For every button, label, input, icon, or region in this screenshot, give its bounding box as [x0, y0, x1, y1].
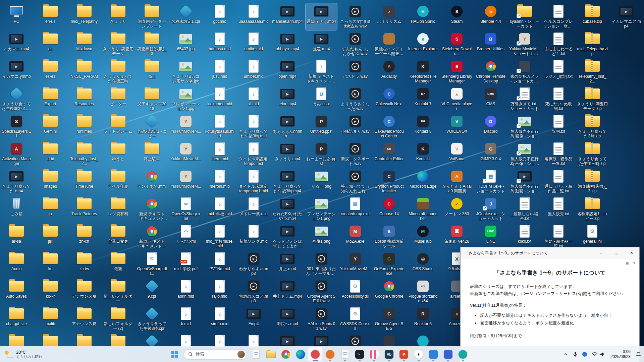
desktop-icon[interactable]: ▦createdump.exe	[339, 196, 371, 223]
desktop-icon[interactable]: ♪mid_学校muse.mid	[204, 223, 235, 250]
desktop-icon[interactable]: フォトフレーム	[102, 113, 134, 140]
taskbar-app-teal-swirl-app[interactable]	[455, 347, 470, 362]
taskbar-app-piano-app[interactable]	[367, 347, 382, 362]
desktop-icon[interactable]: PUntitled.ppsf	[306, 113, 337, 140]
desktop-icon[interactable]: MMoZA.exe	[339, 223, 371, 250]
desktop-icon[interactable]: 65407.jpg	[170, 31, 202, 58]
desktop-icon[interactable]: アナウンス夏	[68, 278, 100, 305]
desktop-icon[interactable]: AActivation Manager	[1, 141, 32, 168]
desktop-icon[interactable]: zh-tw	[68, 251, 100, 278]
desktop-icon[interactable]: きょうり食ってた午後三時.zip	[577, 141, 608, 168]
microphone-tray-button[interactable]	[571, 348, 580, 361]
desktop-icon[interactable]: CCrypton Product Installer	[373, 168, 405, 195]
desktop-icon[interactable]: 通知うぜえ - 親作品一覧.txt	[543, 168, 574, 195]
desktop-icon[interactable]: ksks.txt	[509, 223, 540, 250]
desktop-icon[interactable]: きょうり_調査用データ	[102, 31, 134, 58]
desktop-icon[interactable]: ▶無題.mp4	[306, 31, 337, 58]
desktop-icon[interactable]: きょうり食ってた午後3時.cpr	[136, 306, 168, 333]
desktop-icon[interactable]: Uうみ.ustx	[306, 86, 337, 113]
desktop-icon[interactable]: ▶ずんだもん_しおかぜふ.wav	[339, 31, 371, 58]
desktop-icon[interactable]: 調査練習(失敗)_3	[136, 31, 168, 58]
desktop-icon[interactable]: Microsoft Edge	[407, 168, 439, 195]
desktop-icon[interactable]: id-id	[35, 141, 66, 168]
desktop-icon[interactable]: GGeForce Experience	[373, 251, 405, 278]
desktop-icon[interactable]: ♪uaaaaaaaaa.mid	[238, 3, 269, 30]
desktop-icon[interactable]: 父子キャンプ2018	[136, 86, 168, 113]
desktop-icon[interactable]: SSteam	[441, 3, 473, 30]
desktop-icon[interactable]: 新しいフォルダー	[102, 278, 134, 305]
desktop-icon[interactable]: ▶通知うぜえ.mp4	[306, 3, 337, 30]
desktop-icon[interactable]: ▶イカマニ.mp4	[1, 31, 32, 58]
desktop-icon[interactable]: Minecraft Launcher	[407, 196, 439, 223]
desktop-icon[interactable]: ⚙Accessibility.dll	[339, 278, 371, 305]
desktop-icon[interactable]: GGroove Agent SE 5	[373, 306, 405, 333]
desktop-icon[interactable]: GGIMP 3.0.4	[475, 141, 506, 168]
desktop[interactable]: PC▶イカマニ.mp4▶イカマニ.ymmpきょうり食ってた午後3時-01.cpr…	[0, 0, 644, 362]
desktop-icon[interactable]: ⚙general.ini	[577, 223, 608, 250]
minimize-button[interactable]: −	[593, 247, 608, 259]
desktop-icon[interactable]: jijii	[35, 223, 66, 250]
taskbar-app-chatgpt[interactable]: ∗	[411, 347, 426, 362]
desktop-icon[interactable]: ♪aorin.mid	[170, 278, 202, 305]
desktop-icon[interactable]: Resources	[68, 86, 100, 113]
desktop-icon[interactable]: ♪新規 テキスト ドキュメント.musicxml	[306, 58, 337, 85]
desktop-icon[interactable]: 調査用データテンプレート	[136, 3, 168, 30]
desktop-icon[interactable]: Images	[35, 168, 66, 195]
desktop-icon[interactable]: ♪gpt.mid	[204, 3, 235, 30]
desktop-icon[interactable]: ⚙AWSSDK.Core.dll	[339, 306, 371, 333]
desktop-icon[interactable]: ▦↗HDDFMT.exe - ショートカット	[475, 168, 506, 195]
desktop-icon[interactable]: ▶ヘッドフォンはずしててよかった.mp4	[272, 223, 303, 250]
desktop-icon[interactable]: ♪新規ソング.mid	[238, 223, 269, 250]
desktop-icon[interactable]: きょうりBカコレ用サムネ.jpg	[170, 58, 202, 85]
desktop-icon[interactable]: ↗syasinn - ショートカット	[509, 3, 540, 30]
search-box[interactable]: 検索	[184, 349, 247, 360]
desktop-icon[interactable]: きょうり食ってた3時.zip	[577, 113, 608, 140]
desktop-icon[interactable]: ▶open.mp4	[272, 58, 303, 85]
desktop-icon[interactable]: runtimes	[68, 113, 100, 140]
desktop-icon[interactable]: テンポあて.html	[136, 168, 168, 195]
taskbar-app-document-app[interactable]	[337, 347, 352, 362]
desktop-icon[interactable]: VVoiSona	[441, 141, 473, 168]
desktop-icon[interactable]: ▶Groove Agent SE 01.wav	[306, 278, 337, 305]
desktop-icon[interactable]: 説明.txt	[543, 113, 574, 140]
desktop-icon[interactable]: Telepathy_Inst_2...	[68, 141, 100, 168]
desktop-icon[interactable]: ▲VLC media player	[441, 86, 473, 113]
desktop-icon[interactable]: TimeTune	[68, 168, 100, 195]
desktop-icon[interactable]: ♪xi.mid	[238, 86, 269, 113]
menu-icon[interactable]: ≡	[626, 261, 629, 266]
desktop-icon[interactable]: まにまにわーるど！.txt	[543, 31, 574, 58]
desktop-icon[interactable]: ◎OBS Studio	[407, 251, 439, 278]
desktop-icon[interactable]: HHALion Sonic	[407, 3, 439, 30]
desktop-icon[interactable]: ko-kr	[35, 278, 66, 305]
desktop-icon[interactable]: ▶きょうり.mp4	[272, 141, 303, 168]
desktop-icon[interactable]: ♪mid_学校.mid	[204, 196, 235, 223]
desktop-icon[interactable]: ko	[35, 251, 66, 278]
taskbar-app-notepad[interactable]	[249, 347, 264, 362]
desktop-icon[interactable]: ♪hamusu.mid	[204, 31, 235, 58]
desktop-icon[interactable]: bBlender 4.4	[475, 3, 506, 30]
desktop-icon[interactable]: ↗無人販売不正行為 画像 - ショートカット	[509, 141, 540, 168]
desktop-icon[interactable]: cubase.zip	[577, 3, 608, 30]
desktop-icon[interactable]: 無題 - 親作品一覧.txt	[543, 223, 574, 250]
desktop-icon[interactable]: ja	[35, 196, 66, 223]
desktop-icon[interactable]: ▶井上ドラム.mp4	[272, 278, 303, 305]
desktop-icon[interactable]: ▶HALion Sonic 01.wav	[306, 306, 337, 333]
desktop-icon[interactable]: YYukkuriMovieM...	[339, 251, 371, 278]
desktop-icon[interactable]: ▶きょうり食ってた午後3時.mp4	[272, 168, 303, 195]
desktop-icon[interactable]: かるー.png	[306, 168, 337, 195]
dialog-titlebar[interactable]: 「さよなら手書き 1〜9」のサポートについて − □ ×	[461, 247, 639, 259]
desktop-icon[interactable]: ▶teion.mp4	[272, 86, 303, 113]
desktop-icon[interactable]: ♪rajio.mid	[204, 278, 235, 305]
desktop-icon[interactable]: プレゼンテーション1.png	[306, 196, 337, 223]
desktop-icon[interactable]: ar-sa	[1, 223, 32, 250]
desktop-icon[interactable]: 調査練習(失敗)_3.zip	[577, 168, 608, 195]
desktop-icon[interactable]: Telepathy_Inst_2...	[577, 58, 608, 85]
desktop-icon[interactable]: sfzPlogue sforzando x64	[407, 278, 439, 305]
desktop-icon[interactable]: ▶ohhayo-.mp4	[272, 31, 303, 58]
desktop-icon[interactable]: ▶イカマニ.ymmp	[1, 58, 32, 85]
desktop-icon[interactable]: VVOICEVOX	[441, 113, 473, 140]
desktop-icon[interactable]: ♪メドレー風.mid	[238, 196, 269, 223]
desktop-icon[interactable]: CCakewalk Next	[373, 86, 405, 113]
desktop-icon[interactable]: ラベル印刷	[102, 168, 134, 195]
desktop-icon[interactable]: PC	[1, 3, 32, 30]
